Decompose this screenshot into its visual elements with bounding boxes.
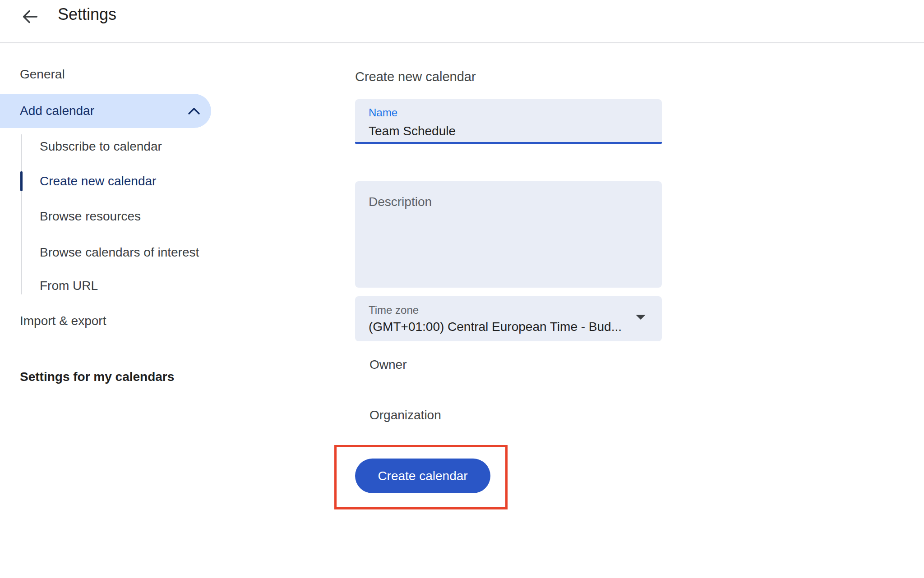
- page-title: Settings: [58, 2, 116, 27]
- owner-label: Owner: [370, 356, 407, 374]
- calendar-settings-page: Settings General Add calendar Subscribe …: [0, 0, 924, 578]
- back-arrow-icon: [19, 22, 40, 28]
- organization-label: Organization: [370, 406, 441, 424]
- timezone-select[interactable]: Time zone (GMT+01:00) Central European T…: [355, 296, 662, 341]
- add-calendar-label: Add calendar: [20, 94, 94, 128]
- panel-heading: Create new calendar: [355, 68, 476, 86]
- description-placeholder: Description: [369, 193, 432, 211]
- header: Settings: [0, 0, 924, 43]
- chevron-up-icon: [188, 107, 200, 117]
- name-field-value: Team Schedule: [369, 123, 456, 140]
- caret-down-icon: [636, 315, 646, 320]
- name-field-focus-underline: [355, 142, 662, 144]
- timezone-label: Time zone: [369, 303, 419, 317]
- name-field[interactable]: Name Team Schedule: [355, 99, 662, 144]
- create-calendar-button[interactable]: Create calendar: [355, 459, 490, 493]
- description-field[interactable]: Description: [355, 181, 662, 288]
- name-field-label: Name: [369, 106, 397, 119]
- sidebar-item-browse-resources[interactable]: Browse resources: [40, 206, 141, 226]
- sidebar-item-browse-calendars-of-interest[interactable]: Browse calendars of interest: [40, 243, 199, 262]
- timezone-value: (GMT+01:00) Central European Time - Bud.…: [369, 318, 622, 335]
- subnav-rail: [21, 134, 22, 294]
- sidebar-section-settings-for-my-calendars: Settings for my calendars: [20, 367, 174, 387]
- sidebar-item-general[interactable]: General: [20, 64, 65, 84]
- sidebar-item-from-url[interactable]: From URL: [40, 276, 98, 296]
- sidebar-item-import-export[interactable]: Import & export: [20, 311, 106, 331]
- sidebar-item-subscribe-to-calendar[interactable]: Subscribe to calendar: [40, 137, 162, 156]
- active-item-indicator: [20, 171, 23, 191]
- sidebar-item-add-calendar[interactable]: Add calendar: [0, 94, 211, 128]
- sidebar-item-create-new-calendar[interactable]: Create new calendar: [40, 171, 156, 191]
- back-button[interactable]: [18, 5, 42, 29]
